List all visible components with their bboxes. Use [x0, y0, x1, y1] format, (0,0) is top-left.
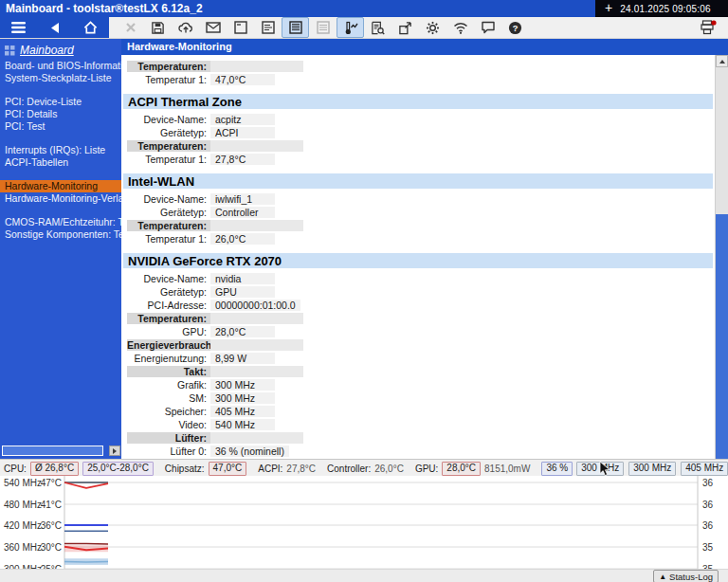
row-label: Temperatur 1:: [127, 154, 210, 165]
document-icon[interactable]: [282, 17, 309, 38]
monitoring-panel: CPU: Ø 26,8°C 25,0°C-28,0°C Chipsatz: 47…: [0, 459, 728, 582]
row-label: Energieverbrauch:: [127, 339, 210, 351]
row-label: PCI-Adresse:: [127, 300, 210, 311]
page-title: Hardware-Monitoring: [121, 39, 728, 55]
row-value: [210, 220, 303, 231]
sidebar-item[interactable]: PCI: Test: [0, 120, 121, 133]
vertical-scrollbar[interactable]: [715, 55, 728, 459]
titlebar-right: + 24.01.2025 09:05:06: [595, 0, 728, 17]
row-value: ACPI: [210, 127, 275, 138]
data-row: Gerätetyp:ACPI: [121, 126, 715, 139]
sidebar-item[interactable]: Hardware-Monitoring: [0, 180, 121, 192]
chipsatz-box[interactable]: 47,0°C: [209, 462, 247, 476]
document-disabled-icon: [309, 17, 337, 38]
row-value: [210, 432, 303, 444]
sidebar-group-gap: [0, 133, 121, 144]
acpi-value: 27,8°C: [286, 464, 316, 474]
report-search-icon[interactable]: [364, 17, 391, 38]
window-icon[interactable]: [227, 17, 254, 38]
row-label: Gerätetyp:: [127, 207, 210, 218]
scrollbar-thumb[interactable]: [2, 446, 103, 456]
row-value: 00000000:01:00.0: [210, 300, 300, 311]
row-value: 36 % (nominell): [210, 446, 289, 457]
data-row: Gerätetyp:GPU: [121, 285, 715, 299]
help-icon[interactable]: ?: [501, 17, 529, 38]
row-value: 300 MHz: [210, 392, 275, 404]
mail-icon[interactable]: [199, 17, 227, 38]
main-area: Mainboard Board- und BIOS-InformationenS…: [0, 39, 728, 459]
arrow-right-icon: [113, 448, 117, 454]
cpu-avg-box[interactable]: Ø 26,8°C: [30, 462, 79, 476]
data-row: Temperatur 1:26,0°C: [121, 232, 715, 246]
row-value: 8,99 W: [210, 353, 275, 364]
chat-icon[interactable]: [474, 17, 501, 38]
save-icon[interactable]: [144, 17, 172, 38]
scrollbar-right-button[interactable]: [109, 446, 120, 456]
monitor-chart[interactable]: 540 MHz480 MHz420 MHz360 MHz300 MHz47°C4…: [0, 476, 728, 571]
printer-log-icon[interactable]: [695, 17, 722, 38]
sidebar-group-gap: [0, 84, 121, 96]
scrollbar-thumb[interactable]: [716, 214, 728, 459]
row-label: Temperaturen:: [127, 140, 210, 152]
controller-label: Controller:: [327, 464, 371, 474]
clock-box[interactable]: 300 MHz: [628, 462, 676, 476]
triangle-up-icon: ▲: [659, 573, 666, 581]
status-log-button[interactable]: ▲ Status-Log: [653, 570, 719, 582]
row-label: Device-Name:: [127, 114, 210, 125]
svg-text:480 MHz: 480 MHz: [4, 500, 42, 510]
sidebar-item[interactable]: Hardware-Monitoring-Verlauf: [0, 192, 121, 205]
thermometer-monitor-icon[interactable]: [337, 17, 364, 38]
row-label: GPU:: [127, 326, 210, 337]
sidebar-item[interactable]: Sonstige Komponenten: Test: [0, 228, 121, 241]
gear-icon[interactable]: [419, 17, 446, 38]
svg-text:36: 36: [702, 478, 714, 488]
clock-box[interactable]: 405 MHz: [681, 462, 728, 476]
cloud-upload-icon[interactable]: [172, 17, 199, 38]
wifi-icon[interactable]: [446, 17, 474, 38]
row-value: 300 MHz: [210, 379, 275, 391]
sidebar-item[interactable]: PCI: Details: [0, 108, 121, 120]
export-icon[interactable]: [391, 17, 419, 38]
data-row: Grafik:300 MHz: [121, 378, 715, 391]
row-value: [210, 313, 303, 324]
data-row: Video:540 MHz: [121, 418, 715, 431]
sidebar-item[interactable]: Board- und BIOS-Informationen: [0, 60, 121, 72]
row-label: Energienutzung:: [127, 353, 210, 364]
content-section: Temperaturen:Temperatur 1:47,0°C: [121, 60, 715, 86]
content-section: ACPI Thermal ZoneDevice-Name:acpitzGerät…: [121, 94, 715, 166]
row-value: [210, 140, 303, 152]
gpu-power-value: 8151,0mW: [484, 464, 530, 474]
sidebar-item[interactable]: CMOS-RAM/Echtzeituhr: Test: [0, 216, 121, 228]
sidebar-item[interactable]: System-Steckplatz-Liste: [0, 72, 121, 84]
back-icon[interactable]: [41, 17, 68, 38]
row-label: Takt:: [127, 366, 210, 377]
plus-button[interactable]: +: [595, 1, 620, 16]
row-label: Temperatur 1:: [127, 74, 210, 85]
data-row: Energienutzung:8,99 W: [121, 352, 715, 365]
svg-text:35: 35: [702, 542, 714, 553]
window-text-icon[interactable]: [254, 17, 282, 38]
sidebar-title: Mainboard: [20, 44, 74, 57]
sidebar-item[interactable]: Interrupts (IRQs): Liste: [0, 144, 121, 156]
header-row: Temperaturen:: [121, 60, 715, 73]
section-title: NVIDIA GeForce RTX 2070: [123, 253, 713, 268]
home-icon[interactable]: [77, 17, 104, 38]
scrollbar-up-button[interactable]: [716, 55, 728, 67]
gpu-fan-box[interactable]: 36 %: [541, 462, 573, 476]
title-bar: Mainboard - toolstar®testLX 6.12a_2 + 24…: [0, 0, 728, 17]
row-value: 28,0°C: [210, 326, 275, 337]
sidebar-item[interactable]: PCI: Device-Liste: [0, 96, 121, 108]
data-row: Device-Name:iwlwifi_1: [121, 192, 715, 206]
cpu-range-box[interactable]: 25,0°C-28,0°C: [82, 462, 154, 476]
menu-icon[interactable]: [5, 17, 32, 38]
sidebar-items: Board- und BIOS-InformationenSystem-Stec…: [0, 60, 121, 241]
section-title: ACPI Thermal Zone: [123, 94, 713, 109]
row-label: Temperaturen:: [127, 61, 210, 72]
sidebar-group-gap: [0, 169, 121, 180]
sidebar-horizontal-scrollbar[interactable]: [2, 446, 120, 456]
svg-text:30°C: 30°C: [41, 542, 62, 553]
panel-bottom-bar: ▲ Status-Log: [0, 569, 728, 582]
controller-value: 26,0°C: [374, 464, 404, 474]
sidebar-item[interactable]: ACPI-Tabellen: [0, 156, 121, 169]
gpu-temp-box[interactable]: 28,0°C: [442, 462, 481, 476]
